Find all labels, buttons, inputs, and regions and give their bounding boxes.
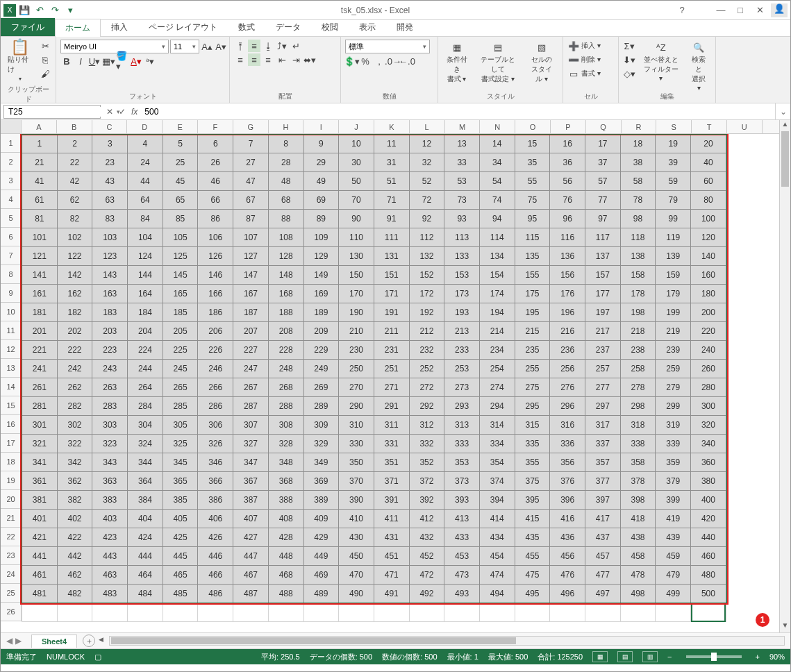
cell-S22[interactable]: 439: [656, 528, 691, 547]
col-header-T[interactable]: T: [692, 120, 727, 133]
cell-R16[interactable]: 318: [620, 416, 656, 435]
cell-H13[interactable]: 248: [268, 360, 303, 378]
cell-C4[interactable]: 63: [92, 191, 128, 210]
cell-E1[interactable]: 5: [163, 135, 198, 153]
cell-J19[interactable]: 370: [339, 472, 374, 491]
cell-P24[interactable]: 476: [550, 566, 585, 585]
col-header-P[interactable]: P: [551, 120, 586, 133]
cell-M2[interactable]: 33: [444, 153, 480, 172]
name-box-input[interactable]: [4, 107, 117, 117]
cell-M6[interactable]: 113: [444, 228, 480, 247]
cell-P10[interactable]: 196: [550, 303, 585, 322]
view-page-layout-icon[interactable]: ▤: [617, 651, 633, 662]
phonetic-icon[interactable]: ᵃ▾: [144, 55, 156, 67]
cell-J18[interactable]: 350: [339, 453, 374, 472]
cell-L23[interactable]: 452: [409, 547, 444, 566]
cell-N5[interactable]: 94: [479, 210, 515, 228]
cell-K21[interactable]: 411: [374, 510, 409, 528]
cell-A19[interactable]: 361: [22, 472, 58, 491]
accounting-format-icon[interactable]: 💲▾: [345, 55, 358, 67]
vertical-scrollbar[interactable]: ▲ ▼: [779, 120, 790, 632]
cell-B3[interactable]: 42: [57, 172, 92, 191]
cell-C22[interactable]: 423: [92, 528, 128, 547]
cell-O8[interactable]: 155: [515, 266, 550, 285]
cell-N10[interactable]: 194: [479, 303, 515, 322]
cell-R26[interactable]: [620, 603, 656, 622]
cell-F22[interactable]: 426: [198, 528, 233, 547]
cell-Q16[interactable]: 317: [585, 416, 621, 435]
cell-E15[interactable]: 285: [163, 397, 198, 416]
cell-H20[interactable]: 388: [268, 491, 303, 510]
cell-R12[interactable]: 238: [620, 341, 656, 360]
row-header-16[interactable]: 16: [1, 415, 22, 434]
cell-N16[interactable]: 314: [479, 416, 515, 435]
cell-O18[interactable]: 355: [515, 453, 550, 472]
cell-K1[interactable]: 11: [374, 135, 409, 153]
cell-F7[interactable]: 126: [198, 247, 233, 266]
cell-P8[interactable]: 156: [550, 266, 585, 285]
cell-K4[interactable]: 71: [374, 191, 409, 210]
cell-L21[interactable]: 412: [409, 510, 444, 528]
cell-J5[interactable]: 90: [339, 210, 374, 228]
cell-G3[interactable]: 47: [233, 172, 269, 191]
cell-N1[interactable]: 14: [479, 135, 515, 153]
percent-format-icon[interactable]: %: [359, 55, 372, 67]
cell-K16[interactable]: 311: [374, 416, 409, 435]
cell-B12[interactable]: 222: [57, 341, 92, 360]
cell-N11[interactable]: 214: [479, 322, 515, 341]
cell-A5[interactable]: 81: [22, 210, 58, 228]
cell-Q14[interactable]: 277: [585, 378, 621, 397]
cell-E19[interactable]: 365: [163, 472, 198, 491]
cell-S18[interactable]: 359: [656, 453, 691, 472]
cell-K22[interactable]: 431: [374, 528, 409, 547]
cell-C11[interactable]: 203: [92, 322, 128, 341]
cell-A9[interactable]: 161: [22, 285, 58, 303]
cell-Q22[interactable]: 437: [585, 528, 621, 547]
cell-B7[interactable]: 122: [57, 247, 92, 266]
cell-E8[interactable]: 145: [163, 266, 198, 285]
cell-G15[interactable]: 287: [233, 397, 269, 416]
cell-L18[interactable]: 352: [409, 453, 444, 472]
cell-E10[interactable]: 185: [163, 303, 198, 322]
cell-T5[interactable]: 100: [691, 210, 726, 228]
align-top-icon[interactable]: ⭱: [234, 40, 247, 52]
cell-E4[interactable]: 65: [163, 191, 198, 210]
cell-K3[interactable]: 51: [374, 172, 409, 191]
align-center-icon[interactable]: ≡: [248, 53, 260, 66]
cell-C17[interactable]: 323: [92, 435, 128, 453]
row-header-22[interactable]: 22: [1, 528, 22, 546]
col-header-J[interactable]: J: [339, 120, 374, 133]
cell-L2[interactable]: 32: [409, 153, 444, 172]
cell-I24[interactable]: 469: [303, 566, 339, 585]
row-header-26[interactable]: 26: [1, 603, 22, 621]
cell-K7[interactable]: 131: [374, 247, 409, 266]
cell-E6[interactable]: 105: [163, 228, 198, 247]
cell-K2[interactable]: 31: [374, 153, 409, 172]
cell-O15[interactable]: 295: [515, 397, 550, 416]
cell-L20[interactable]: 392: [409, 491, 444, 510]
cell-D14[interactable]: 264: [128, 378, 163, 397]
cell-I2[interactable]: 29: [303, 153, 339, 172]
cell-O9[interactable]: 175: [515, 285, 550, 303]
tab-page-layout[interactable]: ページ レイアウト: [138, 18, 228, 36]
cell-T2[interactable]: 40: [691, 153, 726, 172]
zoom-in-icon[interactable]: +: [756, 653, 760, 661]
cells-table[interactable]: 1234567891011121314151617181920212223242…: [22, 134, 726, 622]
cell-O1[interactable]: 15: [515, 135, 550, 153]
cell-R22[interactable]: 438: [620, 528, 656, 547]
cell-C25[interactable]: 483: [92, 585, 128, 603]
cell-F21[interactable]: 406: [198, 510, 233, 528]
cell-K13[interactable]: 251: [374, 360, 409, 378]
cell-A20[interactable]: 381: [22, 491, 58, 510]
cell-T25[interactable]: 500: [691, 585, 726, 603]
cell-C23[interactable]: 443: [92, 547, 128, 566]
cell-L7[interactable]: 132: [409, 247, 444, 266]
cell-J21[interactable]: 410: [339, 510, 374, 528]
cell-B25[interactable]: 482: [57, 585, 92, 603]
cell-D25[interactable]: 484: [128, 585, 163, 603]
cell-T24[interactable]: 480: [691, 566, 726, 585]
cell-A8[interactable]: 141: [22, 266, 58, 285]
cell-T10[interactable]: 200: [691, 303, 726, 322]
cell-H5[interactable]: 88: [268, 210, 303, 228]
cell-J22[interactable]: 430: [339, 528, 374, 547]
